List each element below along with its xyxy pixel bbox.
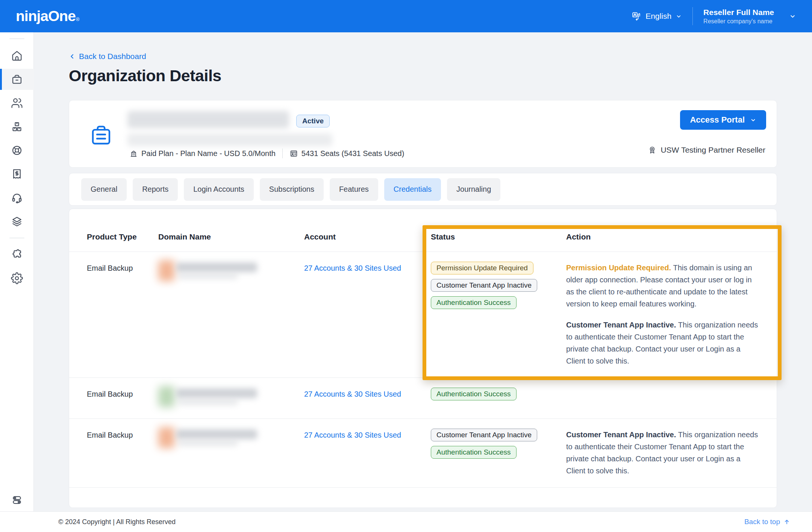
reseller-info: USW Testing Partner Reseller xyxy=(648,146,765,155)
tab-subscriptions[interactable]: Subscriptions xyxy=(260,178,324,201)
action-paragraph: Customer Tenant App Inactive. This organ… xyxy=(566,429,761,477)
seats-text: 5431 Seats (5431 Seats Used) xyxy=(301,149,404,158)
sidebar-item-home[interactable] xyxy=(0,45,34,66)
tab-general[interactable]: General xyxy=(81,178,127,201)
status-badge-neutral: Customer Tenant App Inactive xyxy=(431,429,537,441)
status-cell: Authentication Success xyxy=(431,388,566,400)
seats-icon xyxy=(289,149,298,158)
plan-info: Paid Plan - Plan Name - USD 5.0/Month xyxy=(129,149,276,158)
action-cell: Permission Update Required. This domain … xyxy=(566,262,762,367)
action-paragraph: Permission Update Required. This domain … xyxy=(566,262,761,310)
sidebar-divider xyxy=(9,38,24,39)
status-badge-neutral: Customer Tenant App Inactive xyxy=(431,279,537,292)
sidebar-item-resources[interactable] xyxy=(0,211,34,232)
home-icon xyxy=(11,50,23,62)
sidebar-item-billing[interactable] xyxy=(0,164,34,185)
organization-summary-card: Active Paid Plan - Plan Name - USD 5.0/M… xyxy=(69,100,777,168)
building-icon xyxy=(129,149,138,158)
registered-mark: ® xyxy=(76,17,79,22)
table-header-row: Product TypeDomain NameAccountStatusActi… xyxy=(69,209,777,252)
gear-icon xyxy=(11,272,23,284)
domain-name-redacted xyxy=(158,427,262,449)
domain-favicon-redacted xyxy=(158,260,175,281)
back-to-top-label: Back to top xyxy=(744,518,780,526)
action-heading: Customer Tenant App Inactive. xyxy=(566,430,678,439)
seats-info: 5431 Seats (5431 Seats Used) xyxy=(289,149,404,158)
chevron-down-icon xyxy=(789,13,796,20)
sidebar-item-products[interactable] xyxy=(0,116,34,137)
status-cell: Permission Update RequiredCustomer Tenan… xyxy=(431,262,566,309)
drawer-icon xyxy=(11,73,23,85)
credentials-table-card: Product TypeDomain NameAccountStatusActi… xyxy=(69,209,777,508)
translate-icon xyxy=(632,11,641,21)
header-divider xyxy=(692,7,693,25)
status-badge-success: Authentication Success xyxy=(431,446,517,459)
back-to-top-link[interactable]: Back to top xyxy=(744,518,790,526)
user-company: Reseller company's name xyxy=(703,18,774,25)
sidebar-item-support[interactable] xyxy=(0,140,34,161)
domain-name-cell xyxy=(158,388,304,408)
domain-name-redacted xyxy=(158,386,262,408)
tab-reports[interactable]: Reports xyxy=(133,178,178,201)
column-header-status: Status xyxy=(431,232,566,241)
page-title: Organization Details xyxy=(69,67,777,85)
action-cell: Customer Tenant App Inactive. This organ… xyxy=(566,429,762,477)
product-type-cell: Email Backup xyxy=(87,262,158,273)
reseller-name: USW Testing Partner Reseller xyxy=(661,146,765,155)
tab-journaling[interactable]: Journaling xyxy=(447,178,500,201)
tab-features[interactable]: Features xyxy=(330,178,378,201)
headset-icon xyxy=(11,192,23,204)
back-link-label: Back to Dashboard xyxy=(79,52,146,61)
status-badge-success: Authentication Success xyxy=(431,388,517,400)
account-cell: 27 Accounts & 30 Sites Used xyxy=(304,388,431,399)
back-to-dashboard-link[interactable]: Back to Dashboard xyxy=(69,52,146,61)
product-type-cell: Email Backup xyxy=(87,429,158,440)
meta-separator xyxy=(282,149,283,158)
org-tabs-bar: GeneralReportsLogin AccountsSubscription… xyxy=(69,173,777,206)
status-cell: Customer Tenant App InactiveAuthenticati… xyxy=(431,429,566,459)
toggles-icon xyxy=(11,494,23,506)
column-header-product-type: Product Type xyxy=(87,232,158,241)
table-row: Email Backup 27 Accounts & 30 Sites Used… xyxy=(69,252,777,378)
domain-name-cell xyxy=(158,262,304,282)
status-badge-warning: Permission Update Required xyxy=(431,262,533,274)
sidebar-item-integrations[interactable] xyxy=(0,244,34,265)
action-heading: Permission Update Required. xyxy=(566,264,673,272)
sidebar-item-helpdesk[interactable] xyxy=(0,187,34,208)
column-header-account: Account xyxy=(304,232,431,241)
sidebar xyxy=(0,32,34,511)
sidebar-item-users[interactable] xyxy=(0,92,34,114)
org-status-badge: Active xyxy=(296,115,330,127)
account-usage-link[interactable]: 27 Accounts & 30 Sites Used xyxy=(304,431,401,439)
sidebar-item-organizations[interactable] xyxy=(0,69,34,90)
account-usage-link[interactable]: 27 Accounts & 30 Sites Used xyxy=(304,264,401,272)
puzzle-icon xyxy=(11,249,23,261)
product-type-cell: Email Backup xyxy=(87,388,158,399)
tab-credentials[interactable]: Credentials xyxy=(384,178,441,201)
language-selector[interactable]: English xyxy=(632,11,682,21)
tab-login-accounts[interactable]: Login Accounts xyxy=(184,178,254,201)
access-portal-button[interactable]: Access Portal xyxy=(680,110,766,130)
sidebar-item-preferences[interactable] xyxy=(0,490,34,511)
users-icon xyxy=(11,97,23,109)
user-menu[interactable]: Reseller Full Name Reseller company's na… xyxy=(703,8,796,25)
copyright-text: © 2024 Copyright | All Rights Reserved xyxy=(58,518,176,526)
receipt-icon xyxy=(11,168,23,180)
account-usage-link[interactable]: 27 Accounts & 30 Sites Used xyxy=(304,390,401,398)
domain-favicon-redacted xyxy=(158,386,175,407)
status-badge-success: Authentication Success xyxy=(431,296,517,309)
access-portal-label: Access Portal xyxy=(690,115,745,125)
ninjaone-logo[interactable]: ninjaOne® xyxy=(16,8,79,24)
chevron-down-icon xyxy=(750,117,756,123)
domain-favicon-redacted xyxy=(158,427,175,448)
packages-icon xyxy=(11,121,23,133)
sidebar-item-settings[interactable] xyxy=(0,268,34,289)
action-heading: Customer Tenant App Inactive. xyxy=(566,321,678,329)
organization-name-redacted xyxy=(127,111,289,128)
user-name: Reseller Full Name xyxy=(703,8,774,17)
action-paragraph: Customer Tenant App Inactive. This organ… xyxy=(566,319,761,367)
domain-name-cell xyxy=(158,429,304,449)
lifebuoy-icon xyxy=(11,144,23,156)
organization-subtitle-redacted xyxy=(127,133,332,146)
sidebar-divider xyxy=(9,238,24,238)
